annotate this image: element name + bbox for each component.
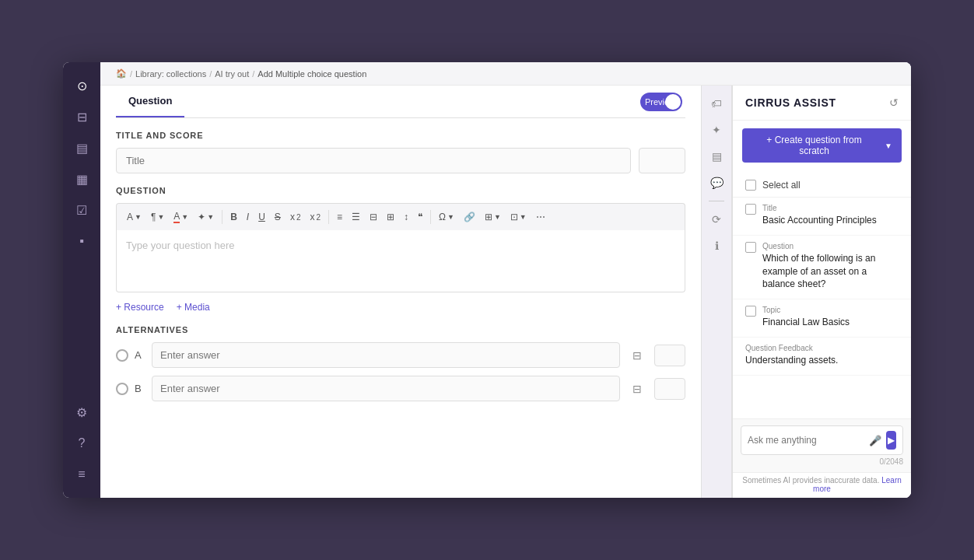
- sidebar-icon-checklist[interactable]: ☑: [68, 196, 96, 224]
- alternatives-section-label: ALTERNATIVES: [116, 325, 685, 334]
- alt-copy-btn-a[interactable]: ⊟: [626, 345, 648, 366]
- toolbar-quote-btn[interactable]: ❝: [414, 209, 426, 225]
- alt-radio-a[interactable]: [116, 349, 128, 362]
- editor-area: Question Preview TITLE AND SCORE 1 QUES: [100, 86, 911, 498]
- toolbar-italic-btn[interactable]: I: [243, 209, 253, 225]
- alt-radio-b[interactable]: [116, 383, 128, 395]
- breadcrumb-ai-try-out[interactable]: AI try out: [215, 69, 249, 79]
- breadcrumb-library[interactable]: Library: collections: [135, 69, 206, 79]
- breadcrumb-home-icon[interactable]: 🏠: [116, 68, 127, 79]
- assist-send-btn[interactable]: ▶: [886, 431, 896, 450]
- toolbar-special-char-btn[interactable]: Ω▼: [435, 209, 458, 225]
- alt-letter-a: A: [135, 349, 145, 361]
- sidebar: ⊙ ⊟ ▤ ▦ ☑ ▪ ⚙ ? ≡: [63, 62, 100, 498]
- assist-char-count: 0/2048: [741, 457, 903, 466]
- alt-input-a[interactable]: [152, 342, 620, 368]
- alt-copy-btn-b[interactable]: ⊟: [626, 378, 648, 400]
- sidebar-icon-chart[interactable]: ▪: [68, 227, 96, 255]
- side-tool-comment[interactable]: 💬: [705, 171, 728, 194]
- assist-mic-btn[interactable]: 🎤: [869, 435, 881, 446]
- sidebar-icon-compass[interactable]: ⊙: [68, 72, 96, 100]
- breadcrumb-sep1: /: [130, 69, 132, 79]
- sidebar-icon-settings[interactable]: ⚙: [68, 398, 96, 426]
- add-resource-btn[interactable]: + Resource: [116, 302, 164, 313]
- toolbar-line-height-btn[interactable]: ↕: [400, 209, 412, 225]
- assist-item-question-label: Question: [762, 242, 899, 250]
- assist-item-feedback-label: Question feedback: [745, 344, 838, 352]
- assist-item-topic-checkbox[interactable]: [745, 306, 756, 317]
- alt-input-b[interactable]: [152, 376, 620, 401]
- side-tool-history[interactable]: ⟳: [705, 208, 728, 231]
- alt-score-a[interactable]: 0: [654, 345, 685, 366]
- toolbar-paragraph-btn[interactable]: ¶▼: [147, 209, 168, 225]
- toolbar-sep-3: [430, 210, 431, 224]
- assist-item-feedback-text: Understanding assets.: [745, 354, 838, 367]
- side-tool-sparkle[interactable]: ✦: [705, 118, 728, 142]
- assist-header: CIRRUS ASSIST ↺: [733, 86, 911, 121]
- assist-item-question-checkbox[interactable]: [745, 242, 756, 253]
- toolbar-link-btn[interactable]: 🔗: [460, 209, 479, 225]
- breadcrumb-sep2: /: [209, 69, 212, 79]
- title-input[interactable]: [116, 148, 631, 173]
- assist-item-feedback-content: Question feedback Understanding assets.: [745, 344, 838, 367]
- toolbar-table-btn[interactable]: ⊞▼: [481, 209, 505, 225]
- select-all-checkbox[interactable]: [745, 180, 756, 191]
- breadcrumb-current: Add Multiple choice question: [258, 69, 366, 79]
- score-input[interactable]: 1: [639, 148, 685, 173]
- sidebar-icon-library[interactable]: ⊟: [68, 103, 96, 131]
- alt-letter-b: B: [135, 383, 145, 394]
- sidebar-icon-document[interactable]: ▤: [68, 134, 96, 162]
- sidebar-icon-calendar[interactable]: ▦: [68, 165, 96, 193]
- question-editor[interactable]: Type your question here: [116, 230, 685, 292]
- alternatives-list: A ⊟ 0 B ⊟ 0: [116, 342, 685, 401]
- sidebar-icon-help[interactable]: ?: [68, 429, 96, 457]
- toolbar-highlight-btn[interactable]: ✦▼: [194, 209, 218, 225]
- assist-create-btn[interactable]: + Create question from scratch ▼: [742, 128, 902, 163]
- assist-title: CIRRUS ASSIST: [745, 96, 836, 109]
- side-tool-info[interactable]: ℹ: [705, 234, 728, 257]
- assist-disclaimer-text: Sometimes AI provides inaccurate data.: [742, 476, 879, 485]
- assist-select-all-row[interactable]: Select all: [733, 173, 911, 198]
- toolbar-underline-btn[interactable]: U: [254, 209, 269, 225]
- assist-item-title-header: Title Basic Accounting Principles: [745, 204, 899, 227]
- assist-panel: CIRRUS ASSIST ↺ + Create question from s…: [732, 86, 911, 498]
- preview-toggle-switch[interactable]: Preview: [640, 93, 682, 111]
- toolbar-indent-dec-btn[interactable]: ⊟: [366, 209, 381, 225]
- alternative-row-a: A ⊟ 0: [116, 342, 685, 368]
- assist-refresh-btn[interactable]: ↺: [889, 96, 899, 109]
- side-tool-sep: [709, 201, 724, 201]
- breadcrumb: 🏠 / Library: collections / AI try out / …: [100, 62, 911, 86]
- add-buttons: + Resource + Media: [116, 302, 685, 313]
- toolbar-bold-btn[interactable]: B: [226, 209, 241, 225]
- breadcrumb-sep3: /: [252, 69, 254, 79]
- toolbar-subscript-btn[interactable]: x2: [306, 209, 324, 225]
- toolbar-align-center-btn[interactable]: ☰: [348, 209, 364, 225]
- assist-item-title: Title Basic Accounting Principles: [733, 198, 911, 236]
- assist-item-topic: Topic Financial Law Basics: [733, 299, 911, 338]
- toolbar-more-btn[interactable]: ⋯: [532, 209, 549, 225]
- assist-item-topic-content: Topic Financial Law Basics: [762, 306, 850, 329]
- toolbar-text-color-btn[interactable]: A▼: [170, 208, 192, 226]
- toolbar-strikethrough-btn[interactable]: S: [271, 209, 285, 225]
- assist-chat-input[interactable]: [748, 435, 864, 446]
- main-content: 🏠 / Library: collections / AI try out / …: [100, 62, 911, 498]
- toolbar-indent-inc-btn[interactable]: ⊞: [383, 209, 398, 225]
- assist-items: Select all Title Basic Accounting Princi…: [733, 170, 911, 418]
- sidebar-icon-menu[interactable]: ≡: [68, 460, 96, 488]
- tab-bar: Question Preview: [116, 86, 685, 118]
- assist-item-topic-label: Topic: [762, 306, 850, 314]
- toolbar-superscript-btn[interactable]: x2: [286, 209, 305, 225]
- side-tool-tag[interactable]: 🏷: [705, 92, 728, 115]
- assist-item-title-checkbox[interactable]: [745, 204, 756, 215]
- select-all-label: Select all: [762, 180, 801, 191]
- alt-score-b[interactable]: 0: [654, 378, 685, 400]
- assist-item-title-text: Basic Accounting Principles: [762, 214, 877, 227]
- add-media-btn[interactable]: + Media: [177, 302, 210, 313]
- question-section-label: QUESTION: [116, 186, 685, 195]
- side-tool-layout[interactable]: ▤: [705, 145, 728, 168]
- toolbar-font-btn[interactable]: A▼: [123, 209, 145, 225]
- assist-item-feedback-header: Question feedback Understanding assets.: [745, 344, 899, 367]
- tab-question[interactable]: Question: [116, 86, 184, 117]
- toolbar-print-btn[interactable]: ⊡▼: [506, 209, 531, 225]
- toolbar-align-left-btn[interactable]: ≡: [333, 209, 346, 225]
